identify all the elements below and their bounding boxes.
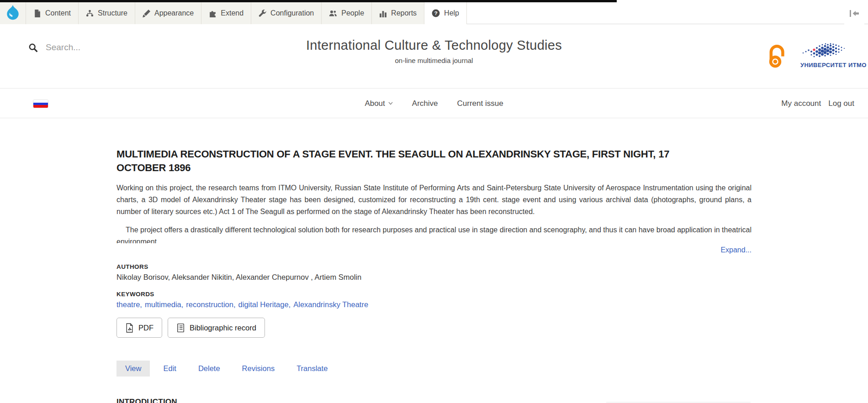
toggle-left-arrow-icon bbox=[849, 10, 859, 17]
toolbar-item-label: Configuration bbox=[270, 9, 314, 17]
admin-toolbar: Content Structure Appearance Extend Conf bbox=[0, 0, 868, 24]
open-access-badge-icon bbox=[768, 43, 786, 68]
keyword-link[interactable]: theatre, bbox=[116, 300, 142, 309]
people-icon bbox=[329, 10, 337, 17]
toolbar-item-label: People bbox=[341, 9, 364, 17]
drupal-logo-icon bbox=[6, 5, 20, 21]
toolbar-orientation-toggle-button[interactable] bbox=[844, 2, 864, 24]
toolbar-item-label: Content bbox=[45, 9, 71, 17]
article-content: MULTIMEDIA RECONSTRUCTION OF A STAGE EVE… bbox=[116, 147, 752, 403]
tab-view[interactable]: View bbox=[116, 361, 150, 377]
keywords-label: KEYWORDS bbox=[116, 291, 752, 298]
bibliographic-record-button-label: Bibliographic record bbox=[190, 324, 256, 332]
drupal-home-button[interactable] bbox=[0, 2, 26, 24]
pdf-button[interactable]: PDF bbox=[116, 318, 162, 338]
nav-item-label: Current issue bbox=[457, 99, 503, 108]
journal-title: International Culture & Technology Studi… bbox=[0, 38, 868, 53]
toolbar-item-content[interactable]: Content bbox=[26, 2, 79, 24]
article-abstract: Working on this project, the research te… bbox=[116, 182, 752, 243]
toolbar-item-label: Appearance bbox=[154, 9, 194, 17]
article-title: MULTIMEDIA RECONSTRUCTION OF A STAGE EVE… bbox=[116, 147, 720, 174]
itmo-logo-text: УНИВЕРСИТЕТ ИТМО bbox=[800, 62, 857, 68]
toolbar-item-appearance[interactable]: Appearance bbox=[135, 2, 201, 24]
toolbar-item-label: Help bbox=[444, 9, 459, 17]
itmo-university-logo[interactable]: УНИВЕРСИТЕТ ИТМО bbox=[800, 41, 857, 68]
log-out-link[interactable]: Log out bbox=[828, 99, 854, 108]
wrench-icon bbox=[259, 10, 266, 17]
sitemap-icon bbox=[86, 10, 94, 17]
paintbrush-icon bbox=[143, 10, 150, 17]
keyword-link[interactable]: digital Heritage, bbox=[238, 300, 291, 309]
nav-item-current-issue[interactable]: Current issue bbox=[457, 99, 503, 108]
toolbar-item-people[interactable]: People bbox=[322, 2, 372, 24]
nav-item-about[interactable]: About bbox=[365, 99, 392, 108]
keyword-link[interactable]: Alexandrinsky Theatre bbox=[293, 300, 368, 309]
toolbar-item-label: Reports bbox=[391, 9, 417, 17]
tab-delete[interactable]: Delete bbox=[190, 361, 229, 377]
nav-item-label: About bbox=[365, 99, 385, 108]
abstract-paragraph: Working on this project, the research te… bbox=[116, 182, 752, 218]
authors-label: AUTHORS bbox=[116, 263, 752, 270]
toolbar-item-configuration[interactable]: Configuration bbox=[251, 2, 322, 24]
pdf-button-label: PDF bbox=[138, 324, 153, 332]
toolbar-item-label: Extend bbox=[221, 9, 243, 17]
toolbar-item-reports[interactable]: Reports bbox=[372, 2, 424, 24]
keyword-link[interactable]: reconstruction, bbox=[186, 300, 235, 309]
puzzle-icon bbox=[209, 10, 217, 17]
keywords-list: theatre, multimedia, reconstruction, dig… bbox=[116, 300, 752, 309]
itmo-logo-dots bbox=[800, 41, 855, 61]
tab-revisions[interactable]: Revisions bbox=[233, 361, 284, 377]
journal-subtitle: on-line multimedia journal bbox=[0, 57, 868, 64]
authors-list: Nikolay Borisov, Aleksander Nikitin, Ale… bbox=[116, 273, 752, 282]
bibliographic-record-button[interactable]: Bibliographic record bbox=[168, 318, 265, 338]
toolbar-item-help[interactable]: ? Help bbox=[424, 2, 467, 24]
my-account-link[interactable]: My account bbox=[781, 99, 821, 108]
file-icon bbox=[33, 10, 41, 17]
nav-item-archive[interactable]: Archive bbox=[412, 99, 438, 108]
toolbar-item-extend[interactable]: Extend bbox=[201, 2, 251, 24]
document-list-icon bbox=[176, 323, 185, 333]
tab-translate[interactable]: Translate bbox=[288, 361, 336, 377]
toolbar-item-structure[interactable]: Structure bbox=[79, 2, 135, 24]
svg-text:?: ? bbox=[434, 10, 438, 16]
site-header: International Culture & Technology Studi… bbox=[0, 24, 868, 89]
node-tabs: View Edit Delete Revisions Translate bbox=[116, 361, 752, 377]
abstract-paragraph: The project offers a drastically differe… bbox=[116, 224, 752, 243]
keyword-link[interactable]: multimedia, bbox=[145, 300, 183, 309]
nav-item-label: Log out bbox=[828, 99, 854, 108]
pdf-file-icon bbox=[125, 323, 134, 333]
nav-item-label: My account bbox=[781, 99, 821, 108]
help-icon: ? bbox=[432, 9, 440, 17]
tab-edit[interactable]: Edit bbox=[154, 361, 185, 377]
chevron-down-icon bbox=[388, 102, 393, 105]
toolbar-item-label: Structure bbox=[98, 9, 127, 17]
nav-item-label: Archive bbox=[412, 99, 438, 108]
main-navigation: About Archive Current issue My account L… bbox=[0, 89, 868, 118]
bar-chart-icon bbox=[379, 10, 387, 17]
expand-link[interactable]: Expand... bbox=[720, 246, 752, 254]
